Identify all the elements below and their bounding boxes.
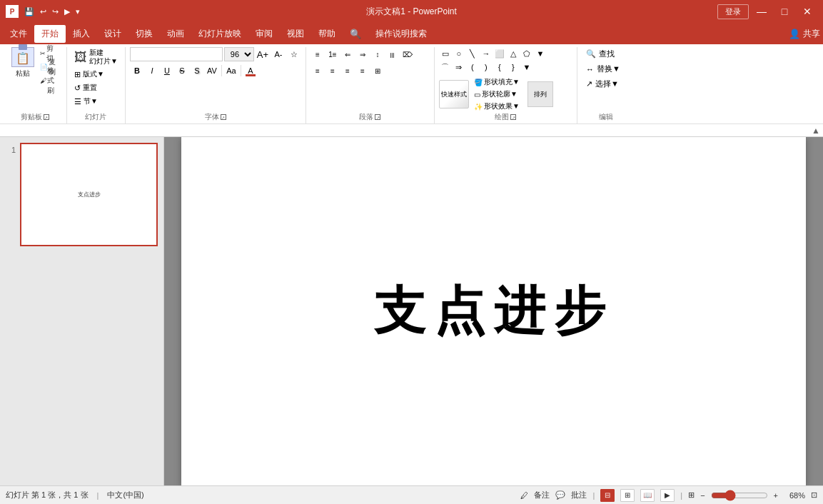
- slide-info: 幻灯片 第 1 张，共 1 张: [6, 490, 89, 500]
- font-family-input[interactable]: [130, 47, 223, 61]
- clear-formatting-button[interactable]: ☆: [287, 47, 301, 61]
- shape-expand-btn[interactable]: ▼: [520, 61, 533, 74]
- decrease-indent-button[interactable]: ⇐: [340, 47, 355, 61]
- drawing-expand-icon[interactable]: ↗: [510, 114, 516, 120]
- line-spacing-button[interactable]: ↕: [370, 47, 385, 61]
- shape-brace-close-btn[interactable]: }: [507, 61, 520, 74]
- paste-symbol: 📋: [16, 51, 30, 65]
- select-button[interactable]: ↗ 选择▼: [582, 77, 625, 91]
- justify-button[interactable]: ≡: [355, 64, 370, 78]
- shape-effect-button[interactable]: ✨ 形状效果▼: [472, 101, 522, 112]
- quick-access-toolbar: 💾 ↩ ↪ ▶ ▾: [23, 6, 81, 18]
- zoom-slider[interactable]: [711, 490, 768, 501]
- zoom-in-icon: +: [774, 491, 778, 500]
- undo-icon[interactable]: ↩: [39, 6, 48, 18]
- menu-animations[interactable]: 动画: [160, 25, 191, 43]
- font-controls: 96 A+ A- ☆ B I U S S AV Aa: [130, 47, 301, 78]
- shape-arrow-btn[interactable]: →: [480, 47, 493, 60]
- font-color-button[interactable]: A: [243, 64, 258, 78]
- font-size-decrease-button[interactable]: A-: [271, 47, 286, 61]
- shape-brace-open-btn[interactable]: {: [493, 61, 506, 74]
- menu-home[interactable]: 开始: [34, 25, 66, 43]
- slide-thumbnail[interactable]: 支点进步: [20, 143, 158, 246]
- reset-button[interactable]: ↺ 重置: [71, 81, 121, 94]
- close-button[interactable]: ✕: [797, 1, 817, 21]
- columns-button[interactable]: ⫼: [385, 47, 400, 61]
- shape-circle-btn[interactable]: ○: [453, 47, 465, 60]
- smart-art-button[interactable]: ⊞: [370, 64, 385, 78]
- login-button[interactable]: 登录: [717, 4, 749, 19]
- bold-button[interactable]: B: [130, 64, 144, 78]
- font-expand-icon[interactable]: ↗: [221, 114, 226, 120]
- notes-button[interactable]: 备注: [534, 490, 550, 500]
- align-left-button[interactable]: ≡: [310, 64, 325, 78]
- underline-button[interactable]: U: [160, 64, 174, 78]
- font-row2: B I U S S AV Aa A: [130, 64, 301, 78]
- section-button[interactable]: ☰ 节▼: [71, 95, 121, 108]
- zoom-level[interactable]: 68%: [784, 491, 805, 500]
- shape-triangle-btn[interactable]: △: [507, 47, 520, 60]
- shape-left-paren-btn[interactable]: (: [466, 61, 479, 74]
- shape-outline-button[interactable]: ▭ 形状轮廓▼: [472, 89, 522, 100]
- slideshow-view-button[interactable]: ▶: [660, 489, 675, 502]
- normal-view-button[interactable]: ⊟: [600, 489, 615, 502]
- minimize-button[interactable]: —: [752, 1, 772, 21]
- text-direction-button[interactable]: ⌦: [400, 47, 415, 61]
- quick-style-button[interactable]: 快速样式: [439, 80, 469, 109]
- clipboard-expand-icon[interactable]: ↗: [44, 114, 49, 120]
- new-slide-button[interactable]: 🖼 新建幻灯片▼: [71, 47, 121, 67]
- para-expand-icon[interactable]: ↗: [375, 114, 380, 120]
- ribbon-collapse-button[interactable]: ▲: [812, 126, 820, 136]
- font-case-button[interactable]: Aa: [224, 64, 238, 78]
- strikethrough-button[interactable]: S: [175, 64, 189, 78]
- numbered-list-button[interactable]: 1≡: [325, 47, 340, 61]
- restore-button[interactable]: □: [774, 1, 794, 21]
- menu-search[interactable]: 操作说明搜索: [368, 25, 434, 43]
- shape-line-btn[interactable]: ╲: [466, 47, 479, 60]
- replace-button[interactable]: ↔ 替换▼: [582, 62, 625, 76]
- align-center-button[interactable]: ≡: [325, 64, 340, 78]
- menu-design[interactable]: 设计: [97, 25, 128, 43]
- menu-transitions[interactable]: 切换: [128, 25, 160, 43]
- fit-window-button[interactable]: ⊡: [811, 490, 817, 500]
- align-right-button[interactable]: ≡: [340, 64, 355, 78]
- dropdown-icon[interactable]: ▾: [74, 6, 81, 18]
- shape-rectangle-btn[interactable]: ▭: [439, 47, 452, 60]
- shape-right-arrow-btn[interactable]: ⇒: [453, 61, 465, 74]
- arrange-button[interactable]: 排列: [527, 81, 553, 107]
- save-icon[interactable]: 💾: [23, 6, 36, 18]
- paragraph-label: 段落 ↗: [306, 112, 434, 122]
- bullet-list-button[interactable]: ≡: [310, 47, 325, 61]
- shape-pentagon-btn[interactable]: ⬠: [520, 47, 533, 60]
- slide-canvas[interactable]: 支点进步: [181, 137, 806, 485]
- menu-review[interactable]: 审阅: [248, 25, 280, 43]
- increase-indent-button[interactable]: ⇒: [355, 47, 370, 61]
- shape-right-paren-btn[interactable]: ): [480, 61, 493, 74]
- comments-button[interactable]: 批注: [571, 490, 587, 500]
- reading-view-button[interactable]: 📖: [640, 489, 655, 502]
- menu-insert[interactable]: 插入: [66, 25, 97, 43]
- menu-help[interactable]: 帮助: [311, 25, 343, 43]
- shadow-button[interactable]: S: [190, 64, 204, 78]
- menu-slideshow[interactable]: 幻灯片放映: [191, 25, 248, 43]
- slide-sorter-button[interactable]: ⊞: [620, 489, 635, 502]
- font-size-increase-button[interactable]: A+: [256, 47, 270, 61]
- shape-more-btn[interactable]: ▼: [534, 47, 547, 60]
- font-size-select[interactable]: 96: [224, 47, 254, 61]
- layout-button[interactable]: ⊞ 版式▼: [71, 68, 121, 81]
- menu-view[interactable]: 视图: [280, 25, 311, 43]
- format-painter-button[interactable]: 🖌 格式刷: [40, 74, 60, 87]
- share-button[interactable]: 共享: [803, 28, 820, 40]
- menu-right: 👤 共享: [789, 28, 820, 40]
- shape-fill-button[interactable]: 🪣 形状填充▼: [472, 76, 522, 88]
- shape-curve-btn[interactable]: ⌒: [439, 61, 452, 74]
- paste-button[interactable]: 📋 粘贴: [7, 47, 39, 79]
- find-button[interactable]: 🔍 查找: [582, 47, 625, 61]
- char-spacing-button[interactable]: AV: [205, 64, 219, 78]
- present-icon[interactable]: ▶: [63, 6, 71, 18]
- fit-slide-button[interactable]: ⊞: [688, 490, 695, 500]
- shape-rounded-btn[interactable]: ⬜: [493, 47, 506, 60]
- italic-button[interactable]: I: [145, 64, 159, 78]
- menu-file[interactable]: 文件: [3, 25, 34, 43]
- redo-icon[interactable]: ↪: [51, 6, 60, 18]
